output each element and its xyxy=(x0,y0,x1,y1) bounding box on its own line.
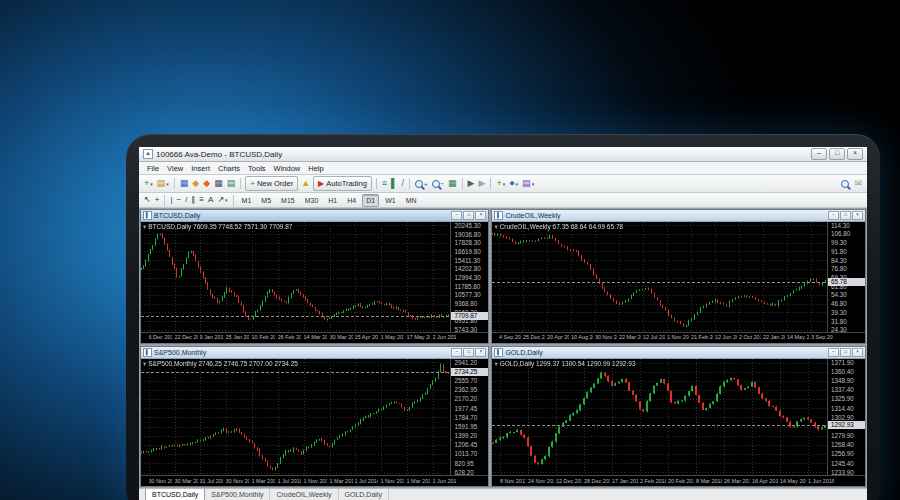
candlestick-chart-gold[interactable] xyxy=(492,359,828,476)
y-axis-label: 1245.40 xyxy=(831,460,854,467)
fibonacci-tool-icon[interactable]: ≡ xyxy=(197,194,206,207)
indicators-icon[interactable]: +▾ xyxy=(494,177,507,190)
chart-line-icon[interactable]: / xyxy=(399,177,406,190)
close-button[interactable]: × xyxy=(847,148,863,160)
chart-tab-sp500[interactable]: S&P500,Monthly xyxy=(205,489,270,500)
timeframe-w1-button[interactable]: W1 xyxy=(381,194,400,207)
y-axis-label: 14202.80 xyxy=(454,265,480,272)
horizontal-line-tool-icon[interactable]: − xyxy=(174,194,183,207)
chart-close-button[interactable]: × xyxy=(475,211,486,220)
profiles-icon[interactable]: ▤▾ xyxy=(155,177,171,190)
maximize-button[interactable]: □ xyxy=(829,148,845,160)
menu-view[interactable]: View xyxy=(163,164,187,173)
market-watch-icon[interactable]: ▦ xyxy=(178,177,191,190)
metatrader-logo-icon: ▲ xyxy=(143,149,153,159)
chart-close-button[interactable]: × xyxy=(475,348,486,357)
chart-restore-button[interactable]: □ xyxy=(463,211,474,220)
menu-window[interactable]: Window xyxy=(270,164,305,173)
candlestick-chart-btcusd[interactable] xyxy=(141,222,451,333)
chart-window-btcusd: ▌BTCUSD,Daily–□×▾BTCUSD,Daily 7609.35 77… xyxy=(140,209,489,344)
chart-window-crudeoil: ▌CrudeOIL,Weekly–□×▾CrudeOIL,Weekly 67.3… xyxy=(491,209,866,344)
timeframe-m30-button[interactable]: M30 xyxy=(301,194,323,207)
chart-workspace: ▌BTCUSD,Daily–□×▾BTCUSD,Daily 7609.35 77… xyxy=(139,208,867,488)
y-axis-label: 84.30 xyxy=(831,257,847,264)
x-axis-label: 12 Jul 2015 xyxy=(643,334,665,340)
chart-close-button[interactable]: × xyxy=(852,211,863,220)
y-axis-label: 1268.40 xyxy=(831,441,854,448)
auto-scroll-icon[interactable]: ▶ xyxy=(466,177,477,190)
arrows-tool-icon[interactable]: ↗▾ xyxy=(215,194,229,207)
zoom-out-icon-glass xyxy=(432,180,440,188)
x-axis-label: 14 Mar 2018 xyxy=(304,334,328,340)
chart-shift-icon[interactable]: ▶ xyxy=(476,177,487,190)
new-order-button[interactable]: +New Order xyxy=(245,176,298,191)
timeframe-h1-button[interactable]: H1 xyxy=(324,194,341,207)
autotrading-icon: ▶ xyxy=(318,179,324,188)
data-window-icon[interactable]: ◆ xyxy=(190,177,201,190)
search-icon[interactable] xyxy=(839,177,852,190)
chart-tab-btcusd[interactable]: BTCUSD,Daily xyxy=(145,489,205,500)
x-axis-label: 1 Jul 2014 xyxy=(355,478,379,484)
chart-minimize-button[interactable]: – xyxy=(451,348,462,357)
y-axis-label: 46.80 xyxy=(831,300,847,307)
chart-close-button[interactable]: × xyxy=(852,348,863,357)
periods-icon[interactable]: ●▾ xyxy=(507,177,520,190)
menu-file[interactable]: File xyxy=(143,164,163,173)
menu-help[interactable]: Help xyxy=(304,164,327,173)
menu-bar: FileViewInsertChartsToolsWindowHelp xyxy=(139,162,867,175)
terminal-icon[interactable]: ▦ xyxy=(212,177,225,190)
menu-charts[interactable]: Charts xyxy=(214,164,244,173)
menu-tools[interactable]: Tools xyxy=(244,164,270,173)
timeframe-m15-button[interactable]: M15 xyxy=(277,194,299,207)
x-axis-label: 1 Mar 2009 xyxy=(252,478,276,484)
y-axis-label: 1784.70 xyxy=(454,414,477,421)
chart-minimize-button[interactable]: – xyxy=(828,211,839,220)
cursor-tool-icon[interactable]: ↖ xyxy=(142,194,153,207)
inbox-icon[interactable]: ✉ xyxy=(852,177,864,190)
chart-minimize-button[interactable]: – xyxy=(451,211,462,220)
x-axis-label: 17 Jan 2018 xyxy=(612,478,638,484)
chart-restore-button[interactable]: □ xyxy=(840,348,851,357)
tile-windows-icon[interactable]: ▦ xyxy=(446,177,459,190)
zoom-out-icon[interactable]: − xyxy=(430,177,447,190)
chart-plot-area: ▾GOLD,Daily 1299.37 1300.54 1290.99 1292… xyxy=(492,359,865,486)
autotrading-button[interactable]: ▶AutoTrading xyxy=(313,176,372,191)
price-axis: 1292.931371.901360.401348.901337.401325.… xyxy=(827,359,865,476)
y-axis-label: 2362.95 xyxy=(454,386,477,393)
timeframe-m5-button[interactable]: M5 xyxy=(257,194,275,207)
chart-minimize-button[interactable]: – xyxy=(828,348,839,357)
timeframe-m1-button[interactable]: M1 xyxy=(238,194,256,207)
navigator-icon[interactable]: ◆ xyxy=(201,177,212,190)
chart-tab-crudeoil[interactable]: CrudeOIL,Weekly xyxy=(270,489,338,500)
window-title: 100666 Ava-Demo - BTCUSD,Daily xyxy=(156,150,282,159)
toolbar-separator xyxy=(462,178,463,189)
candlestick-chart-crudeoil[interactable] xyxy=(492,222,828,333)
timeframe-h4-button[interactable]: H4 xyxy=(343,194,360,207)
text-tool-icon[interactable]: A xyxy=(206,194,215,207)
strategy-tester-icon[interactable]: ▤ xyxy=(225,177,238,190)
x-axis-label: 14 May 2018 xyxy=(780,478,806,484)
x-axis-label: 6 Dec 2017 xyxy=(149,334,173,340)
x-axis-label: 10 Aug 2014 xyxy=(571,334,593,340)
timeframe-mn-button[interactable]: MN xyxy=(402,194,421,207)
menu-insert[interactable]: Insert xyxy=(187,164,214,173)
zoom-in-icon[interactable]: + xyxy=(413,177,430,190)
chart-tab-gold[interactable]: GOLD,Daily xyxy=(339,489,389,500)
chart-candles-icon[interactable]: ▌ xyxy=(389,177,399,190)
new-chart-icon[interactable]: +▾ xyxy=(142,177,155,190)
templates-icon[interactable]: ▤▾ xyxy=(520,177,536,190)
chart-restore-button[interactable]: □ xyxy=(840,211,851,220)
candlestick-chart-sp500[interactable] xyxy=(141,359,451,476)
x-axis-label: 30 Nov 2007 xyxy=(226,478,250,484)
chart-plot-area: ▾S&P500,Monthly 2746.25 2746.75 2707.00 … xyxy=(141,359,488,486)
channel-tool-icon[interactable]: ∥ xyxy=(189,194,197,207)
crosshair-tool-icon[interactable]: + xyxy=(153,194,162,207)
y-axis-label: 11785.80 xyxy=(454,283,480,290)
y-axis-label: 2555.70 xyxy=(454,377,477,384)
timeframe-d1-button[interactable]: D1 xyxy=(362,194,379,207)
minimize-button[interactable]: – xyxy=(811,148,827,160)
chart-bars-icon[interactable]: ≡ xyxy=(380,177,389,190)
expert-advisors-icon[interactable]: ▲ xyxy=(299,177,312,190)
chart-restore-button[interactable]: □ xyxy=(463,348,474,357)
x-axis-label: 26 Mar 2018 xyxy=(724,478,750,484)
